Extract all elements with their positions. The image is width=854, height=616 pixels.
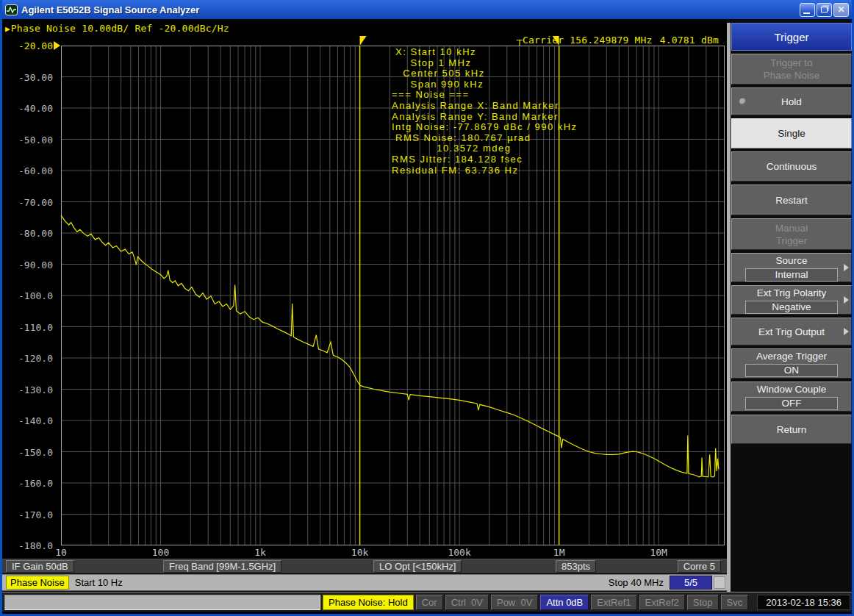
rf-settings-bar: IF Gain 50dBFreq Band [99M-1.5GHz]LO Opt…: [2, 559, 727, 573]
status-ctrl-0v: Ctrl 0V: [445, 595, 489, 610]
status-phase-noise-hold: Phase Noise: Hold: [323, 595, 414, 610]
rf-setting-lo-opt: LO Opt [<150kHz]: [373, 560, 462, 573]
status-stop: Stop: [687, 595, 719, 610]
measurement-bar: Phase Noise Start 10 Hz Stop 40 MHz 5/5: [2, 574, 727, 591]
y-tick-label: -40.00: [18, 103, 53, 114]
reference-level-arrow-icon: [54, 41, 60, 50]
status-svc: Svc: [721, 595, 749, 610]
rf-setting-if-gain: IF Gain 50dB: [6, 560, 74, 573]
softkey-manual-trigger[interactable]: Manual Trigger: [731, 218, 852, 250]
app-window: Agilent E5052B Signal Source Analyzer ✕ …: [0, 0, 854, 616]
softkey-label: Hold: [781, 96, 802, 108]
softkey-ext-trig-output[interactable]: Ext Trig Output: [731, 318, 852, 345]
close-icon: ✕: [834, 4, 848, 16]
window-title: Agilent E5052B Signal Source Analyzer: [21, 4, 798, 15]
submenu-arrow-icon: [844, 296, 849, 304]
softkey-average-trigger[interactable]: Average TriggerON: [731, 348, 852, 379]
softkey-source[interactable]: SourceInternal: [731, 253, 852, 282]
softkey-continuous[interactable]: Continuous: [731, 151, 852, 182]
status-extref1: ExtRef1: [591, 595, 636, 610]
carrier-frequency: ┬Carrier 156.249879 MHz: [517, 35, 653, 46]
trace-marker-icon: ▶: [5, 24, 10, 34]
y-tick-label: -150.0: [18, 446, 53, 457]
menu-title: Trigger: [731, 23, 852, 51]
carrier-power: 4.0781 dBm: [660, 35, 719, 46]
softkey-label: Manual Trigger: [775, 222, 808, 247]
y-tick-label: -120.0: [18, 353, 53, 364]
softkey-label: Ext Trig Output: [758, 326, 825, 338]
softkey-label: Single: [778, 127, 805, 140]
x-tick-label: 1M: [553, 547, 565, 558]
softkey-single[interactable]: Single: [731, 118, 852, 148]
analysis-line: Intg Noise: -77.8679 dBc / 990 kHz: [392, 122, 578, 133]
softkey-window-couple[interactable]: Window CoupleOFF: [731, 382, 852, 412]
x-tick-label: 10k: [351, 547, 368, 558]
restore-icon: [821, 7, 828, 12]
menu-scroll-strip[interactable]: [727, 23, 731, 592]
y-tick-label: -60.00: [18, 165, 53, 176]
status-cor: Cor: [416, 595, 443, 610]
status-2013-02-18-15-36: 2013-02-18 15:36: [757, 595, 850, 610]
y-tick-label: -100.0: [18, 290, 53, 301]
softkey-value: Internal: [745, 268, 838, 282]
x-tick-label: 100k: [448, 547, 470, 558]
y-axis-labels: -20.00-30.00-40.00-50.00-60.00-70.00-80.…: [2, 46, 53, 545]
rf-setting-freq-band: Freq Band [99M-1.5GHz]: [163, 560, 281, 573]
softkey-label: Window Couple: [757, 383, 827, 395]
analysis-line: RMS Noise: 180.767 µrad: [392, 133, 578, 144]
softkey-ext-trig-polarity[interactable]: Ext Trig PolarityNegative: [731, 285, 852, 315]
status-attn-0db: Attn 0dB: [540, 595, 589, 610]
analysis-line: X: Start 10 kHz: [392, 47, 578, 58]
submenu-arrow-icon: [844, 264, 849, 271]
softkey-menu-panel: Trigger Trigger to Phase NoiseHoldSingle…: [727, 19, 852, 592]
sweep-start-label: Start 10 Hz: [75, 577, 123, 588]
softkey-label: Continuous: [767, 160, 817, 173]
page-indicator: 5/5: [670, 576, 712, 590]
minimize-button[interactable]: [800, 3, 815, 17]
trace-scale-header: ▶Phase Noise 10.00dB/ Ref -20.00dBc/Hz: [5, 23, 229, 34]
carrier-marker-icon: ┬: [517, 35, 523, 46]
x-tick-label: 100: [152, 547, 169, 558]
softkey-return[interactable]: Return: [731, 415, 852, 444]
softkey-label: Ext Trig Polarity: [757, 287, 827, 299]
carrier-readout: ┬Carrier 156.249879 MHz 4.0781 dBm: [517, 35, 719, 46]
status-extref2: ExtRef2: [639, 595, 685, 610]
softkey-label: Restart: [775, 194, 808, 207]
restore-button[interactable]: [817, 3, 832, 17]
softkey-restart[interactable]: Restart: [731, 185, 852, 215]
y-tick-label: -90.00: [18, 259, 53, 270]
softkey-label: Average Trigger: [756, 350, 827, 362]
y-tick-label: -180.0: [18, 540, 53, 551]
status-bar: Phase Noise: HoldCorCtrl 0VPow 0VAttn 0d…: [2, 592, 852, 612]
softkey-value: OFF: [745, 397, 838, 410]
analysis-line: Stop 1 MHz: [392, 58, 578, 69]
softkey-label: Return: [777, 423, 807, 436]
analysis-line: Center 505 kHz: [392, 68, 578, 79]
title-bar: Agilent E5052B Signal Source Analyzer ✕: [2, 0, 852, 19]
x-tick-label: 10: [55, 547, 67, 558]
close-button[interactable]: ✕: [833, 3, 849, 17]
analysis-line: Residual FM: 63.736 Hz: [392, 165, 578, 176]
softkey-trigger-to-phase-noise[interactable]: Trigger to Phase Noise: [731, 54, 852, 85]
waveform-app-icon: [5, 4, 18, 15]
rf-setting-corre-5: Corre 5: [678, 560, 721, 573]
y-tick-label: -20.00: [18, 40, 53, 51]
analysis-line: 10.3572 mdeg: [392, 143, 578, 154]
entry-readout-panel: [4, 595, 320, 610]
y-tick-label: -130.0: [18, 384, 53, 395]
page-indicator-tail: [714, 576, 725, 589]
analysis-line: Analysis Range Y: Band Marker: [392, 112, 578, 123]
x-tick-label: 10M: [650, 547, 667, 558]
rf-setting-853pts: 853pts: [556, 560, 596, 573]
phase-noise-chart-panel: ▶Phase Noise 10.00dB/ Ref -20.00dBc/Hz ┬…: [2, 19, 727, 592]
band-marker-flag-icon: [360, 36, 367, 46]
submenu-arrow-icon: [844, 328, 849, 335]
analysis-line: RMS Jitter: 184.128 fsec: [392, 154, 578, 165]
analysis-line: Analysis Range X: Band Marker: [392, 101, 578, 112]
softkey-value: Negative: [745, 301, 838, 314]
sweep-stop-label: Stop 40 MHz: [609, 577, 664, 588]
y-tick-label: -30.00: [18, 71, 53, 82]
x-axis-labels: 101001k10k100k1M10M: [61, 547, 725, 559]
x-tick-label: 1k: [254, 547, 266, 558]
softkey-hold[interactable]: Hold: [731, 87, 852, 115]
